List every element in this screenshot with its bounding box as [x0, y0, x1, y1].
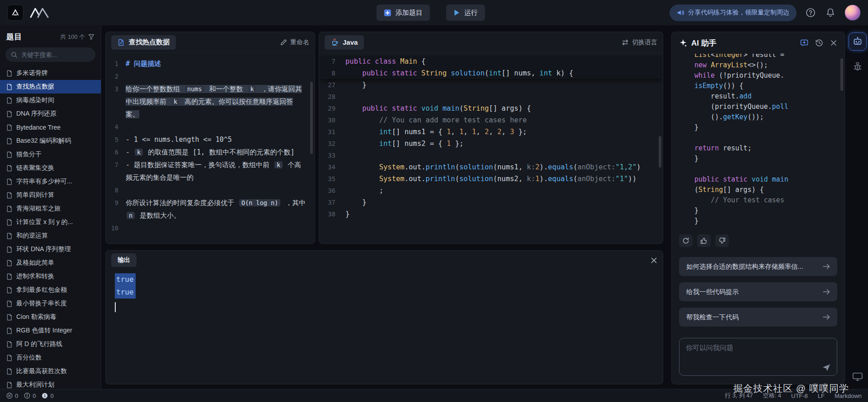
sidebar-item-label: 和的逆运算: [16, 232, 48, 240]
sidebar-item[interactable]: 病毒感染时间: [0, 93, 101, 107]
code-line: 38}: [319, 208, 663, 220]
add-problem-button[interactable]: 添加题目: [377, 5, 430, 21]
code-line: 27 }: [319, 79, 663, 91]
code-scrollbar[interactable]: [659, 136, 661, 168]
sidebar-item[interactable]: 青海湖租车之旅: [0, 202, 101, 215]
history-icon[interactable]: [815, 39, 823, 47]
doc-icon: [6, 246, 12, 253]
sidebar-item[interactable]: 猫鱼分干: [0, 148, 101, 161]
status-counter[interactable]: 0: [6, 393, 18, 399]
status-counter[interactable]: 10: [42, 393, 53, 399]
doc-icon: [6, 368, 12, 375]
topbar-right: 分享代码练习体验，领限量定制周边: [670, 5, 861, 21]
output-tab[interactable]: 输出: [111, 253, 137, 267]
doc-icon: [6, 206, 12, 212]
ai-message-actions: [679, 234, 837, 247]
switch-language-button[interactable]: 切换语言: [622, 38, 657, 47]
swap-icon: [622, 39, 629, 46]
doc-icon: [6, 178, 12, 185]
code-line: 31 int[] nums1 = { 1, 1, 1, 2, 2, 3 };: [319, 126, 663, 138]
send-icon[interactable]: [822, 363, 831, 372]
run-button[interactable]: 运行: [446, 5, 485, 21]
doc-icon: [6, 382, 12, 388]
sidebar-item[interactable]: 及格如此简单: [0, 256, 101, 270]
line-number: 36: [319, 185, 345, 196]
avatar[interactable]: [844, 5, 861, 21]
status-item[interactable]: LF: [818, 393, 825, 399]
help-icon[interactable]: [805, 7, 816, 19]
ai-assistant-button[interactable]: [849, 33, 867, 51]
status-item[interactable]: UTF-8: [791, 393, 808, 399]
status-item[interactable]: 行 3, 列 47: [725, 392, 753, 400]
sidebar-item[interactable]: 多米诺骨牌: [0, 66, 101, 80]
output-value: true: [115, 273, 136, 286]
search-input[interactable]: [21, 51, 89, 58]
brand-logo[interactable]: [29, 6, 50, 19]
rename-button[interactable]: 重命名: [280, 38, 309, 47]
problem-tab[interactable]: 查找热点数据: [111, 35, 176, 50]
problem-description[interactable]: 1# 问题描述23给你一个整数数组 nums 和一个整数 k ，请你返回其中出现…: [106, 53, 315, 244]
sidebar-item[interactable]: 简单四则计算: [0, 188, 101, 202]
status-item[interactable]: 空格: 4: [763, 392, 781, 400]
ai-code-line: isEmpty()) {: [694, 81, 837, 91]
problem-tab-label: 查找热点数据: [129, 38, 170, 47]
app-logo[interactable]: [7, 5, 24, 21]
close-output-icon[interactable]: [651, 257, 657, 264]
ai-header: AI 助手: [672, 32, 844, 54]
ai-suggestion-chip[interactable]: 给我一些代码提示: [679, 282, 837, 301]
code-line: 28: [319, 91, 663, 103]
sidebar-item[interactable]: 字符串有多少种可...: [0, 175, 101, 188]
doc-icon: [6, 300, 12, 307]
code-line: 37 }: [319, 196, 663, 208]
sidebar-item[interactable]: 阿 D 的飞行路线: [0, 337, 101, 351]
problem-scrollbar[interactable]: [310, 82, 313, 154]
new-chat-icon[interactable]: [800, 39, 808, 47]
debug-icon[interactable]: [853, 61, 863, 71]
sidebar-item[interactable]: 比赛最高获胜次数: [0, 365, 101, 378]
status-item[interactable]: Markdown: [835, 393, 862, 399]
doc-icon: [6, 287, 12, 294]
filter-icon[interactable]: [88, 34, 94, 40]
sidebar-item[interactable]: 环状 DNA 序列整理: [0, 243, 101, 256]
status-counter[interactable]: 0: [24, 393, 36, 399]
problem-list: 多米诺骨牌查找热点数据病毒感染时间DNA 序列还原Bytedance TreeB…: [0, 66, 101, 389]
ai-code-line: return result;: [694, 143, 837, 154]
output-value: true: [115, 286, 136, 299]
sidebar-item[interactable]: 百分位数: [0, 351, 101, 365]
thumbs-down-icon[interactable]: [715, 234, 729, 247]
code-line: 29 public static void main(String[] args…: [319, 103, 663, 114]
sidebar-item[interactable]: DNA 序列还原: [0, 107, 101, 121]
promo-label: 分享代码练习体验，领限量定制周边: [688, 9, 789, 17]
sidebar-item[interactable]: 链表聚集交换: [0, 161, 101, 175]
sidebar-item[interactable]: 最小替换子串长度: [0, 297, 101, 310]
sidebar-item[interactable]: RGB 色值转 Integer: [0, 324, 101, 337]
notifications-icon[interactable]: [825, 7, 836, 19]
output-console[interactable]: truetrue: [106, 270, 663, 316]
promo-banner[interactable]: 分享代码练习体验，领限量定制周边: [670, 5, 797, 21]
ai-question-input[interactable]: [679, 338, 837, 376]
sidebar-item[interactable]: Bytedance Tree: [0, 121, 101, 134]
close-ai-icon[interactable]: [830, 39, 837, 47]
language-tab[interactable]: Java: [325, 35, 364, 50]
code-editor[interactable]: 7public class Main {8 public static Stri…: [319, 53, 663, 243]
search-box[interactable]: [5, 47, 95, 62]
sidebar-item[interactable]: 计算位置 x 到 y 的...: [0, 215, 101, 229]
sidebar-item[interactable]: Base32 编码和解码: [0, 134, 101, 148]
sidebar-item[interactable]: 进制求和转换: [0, 270, 101, 283]
ai-suggestion-chip[interactable]: 帮我检查一下代码: [679, 308, 837, 327]
sidebar-item[interactable]: 最大利润计划: [0, 378, 101, 389]
ai-scrollbar[interactable]: [840, 58, 843, 91]
sidebar-item[interactable]: 查找热点数据: [0, 80, 101, 93]
sidebar-item[interactable]: Cion 勒索病毒: [0, 310, 101, 324]
line-number: 7: [319, 56, 345, 67]
sidebar-item[interactable]: 和的逆运算: [0, 229, 101, 243]
display-icon[interactable]: [852, 372, 863, 382]
ai-suggestion-chip[interactable]: 如何选择合适的数据结构来存储频率信...: [679, 257, 837, 276]
output-line: true: [115, 273, 654, 286]
sidebar-item[interactable]: 拿到最多红包金额: [0, 283, 101, 297]
close-glyph: [651, 257, 657, 264]
regenerate-icon[interactable]: [679, 234, 693, 247]
sidebar-item-label: DNA 序列还原: [16, 110, 57, 118]
ai-code-line: result.add: [694, 91, 837, 102]
thumbs-up-icon[interactable]: [697, 234, 711, 247]
